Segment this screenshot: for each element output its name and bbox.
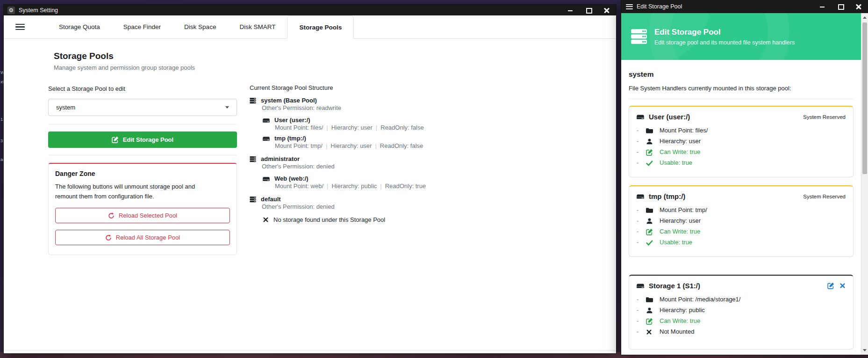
remove-handler-button[interactable] (839, 283, 846, 289)
pool-default: default Other's Permission: denied No st… (250, 196, 577, 223)
reload-all-storage-pool-button[interactable]: Reload All Storage Pool (55, 230, 230, 245)
pool-name: default (261, 196, 281, 203)
window-menu-icon (626, 4, 633, 9)
refresh-icon (105, 234, 112, 241)
user-icon (646, 218, 653, 225)
selected-pool-name: system (629, 70, 854, 79)
hdd-icon (637, 113, 644, 121)
desktop-icon-label-fragment: xt (0, 80, 4, 84)
edit-icon (827, 282, 834, 289)
edit-pool-content: system File System Handlers currently mo… (621, 60, 861, 355)
folder-icon (646, 207, 653, 214)
server-icon (250, 196, 256, 203)
handler-card-tmp: tmp (tmp:/) System Reserved -Mount Point… (629, 185, 854, 257)
close-button[interactable] (856, 4, 861, 9)
pool-system: system (Base Pool) Other's Permission: r… (250, 97, 577, 150)
system-setting-window: ⚙ System Setting Storage Quota Space Fin… (4, 5, 616, 353)
edit-icon (646, 318, 653, 325)
user-icon (646, 307, 653, 314)
pool-permission: Other's Permission: denied (262, 203, 577, 211)
handler-web: Web (web:/) Mount Point: web/|Hierarchy:… (263, 175, 577, 190)
danger-zone-title: Danger Zone (55, 170, 230, 177)
horizontal-scrollbar-track[interactable] (4, 350, 616, 353)
pool-empty-message: No storage found under this Storage Pool (263, 216, 577, 223)
pool-select-label: Select a Storage Pool to edit (48, 85, 125, 92)
server-stack-icon (631, 28, 647, 45)
gear-icon: ⚙ (7, 7, 15, 14)
banner-subtitle: Edit storage pool and its mounted file s… (654, 39, 795, 46)
vertical-scrollbar[interactable] (861, 13, 868, 355)
pool-administrator: administrator Other's Permission: denied… (250, 155, 577, 190)
tab-disk-smart[interactable]: Disk SMART (228, 15, 287, 38)
user-icon (646, 138, 653, 145)
cross-icon (263, 217, 269, 223)
reload-selected-pool-button[interactable]: Reload Selected Pool (55, 208, 230, 223)
tab-space-finder[interactable]: Space Finder (112, 15, 172, 38)
handler-name: Web (web:/) (274, 175, 308, 183)
scrollbar-thumb[interactable] (862, 22, 867, 174)
structure-label: Current Storage Pool Structure (250, 84, 333, 91)
page-title: Storage Pools (54, 51, 114, 61)
folder-icon (646, 296, 653, 303)
server-icon (250, 156, 256, 162)
edit-pool-titlebar: Edit Storage Pool (621, 0, 868, 13)
maximize-button[interactable] (838, 4, 843, 9)
cross-icon (646, 329, 652, 335)
settings-tab-bar: Storage Quota Space Finder Disk Space Di… (4, 15, 616, 39)
chevron-down-icon (225, 106, 229, 109)
desktop-icon-label-fragment: 3 (0, 139, 3, 143)
cross-icon (839, 283, 846, 289)
edit-icon (646, 228, 653, 235)
pool-name: administrator (261, 155, 300, 163)
handler-card-title: Storage 1 (S1:/) (649, 282, 700, 290)
handler-card-title: User (user:/) (649, 113, 690, 121)
handler-card-title: tmp (tmp:/) (649, 192, 685, 200)
edit-icon (646, 149, 653, 156)
storage-pool-tree: system (Base Pool) Other's Permission: r… (250, 97, 577, 229)
tab-disk-space[interactable]: Disk Space (172, 15, 228, 38)
refresh-icon (108, 212, 115, 219)
system-reserved-badge: System Reserved (803, 194, 846, 199)
edit-handler-button[interactable] (827, 282, 834, 289)
hdd-icon (637, 193, 644, 200)
divider (48, 124, 237, 124)
handler-card-user: User (user:/) System Reserved -Mount Poi… (629, 106, 854, 177)
edit-storage-pool-button[interactable]: Edit Storage Pool (48, 132, 237, 148)
maximize-button[interactable] (586, 7, 591, 13)
handler-name: User (user:/) (274, 117, 310, 124)
minimize-button[interactable] (819, 4, 825, 9)
pool-name: system (Base Pool) (261, 97, 317, 104)
divider (48, 155, 237, 155)
tab-storage-pools[interactable]: Storage Pools (287, 15, 354, 39)
window-title: Edit Storage Pool (637, 3, 682, 10)
window-title: System Setting (19, 7, 58, 14)
pool-select-value: system (56, 104, 75, 111)
pool-select-dropdown[interactable]: system (48, 99, 237, 116)
pool-permission: Other's Permission: readwrite (262, 104, 577, 112)
danger-zone-card: Danger Zone The following buttons will u… (48, 163, 237, 255)
menu-hamburger-icon[interactable] (15, 24, 25, 30)
handler-user: User (user:/) Mount Point: files/|Hierar… (263, 117, 577, 132)
divider (629, 99, 854, 99)
hdd-icon (637, 282, 644, 290)
edit-icon (112, 136, 119, 143)
hdd-icon (263, 117, 270, 124)
hdd-icon (263, 135, 270, 142)
system-setting-titlebar: ⚙ System Setting (4, 5, 616, 15)
handler-name: tmp (tmp:/) (274, 135, 306, 142)
scroll-up-arrow[interactable] (861, 14, 868, 21)
folder-icon (646, 127, 653, 134)
close-button[interactable] (604, 7, 610, 13)
check-icon (646, 239, 653, 246)
handler-card-storage1: Storage 1 (S1:/) -Mount Point: /media/st… (629, 275, 854, 350)
tab-storage-quota[interactable]: Storage Quota (47, 15, 112, 38)
danger-zone-description: The following buttons will unmount stora… (55, 182, 230, 201)
desktop: W xt 1. 3 ad ⚙ System Setting Storage Qu… (0, 0, 868, 358)
edit-storage-pool-window: Edit Storage Pool Edit Storage Pool Edit… (621, 0, 868, 355)
server-icon (250, 97, 256, 104)
minimize-button[interactable] (567, 7, 573, 13)
system-reserved-badge: System Reserved (803, 114, 846, 120)
hdd-icon (263, 175, 270, 183)
scroll-down-arrow[interactable] (861, 347, 868, 354)
banner-title: Edit Storage Pool (654, 28, 795, 37)
